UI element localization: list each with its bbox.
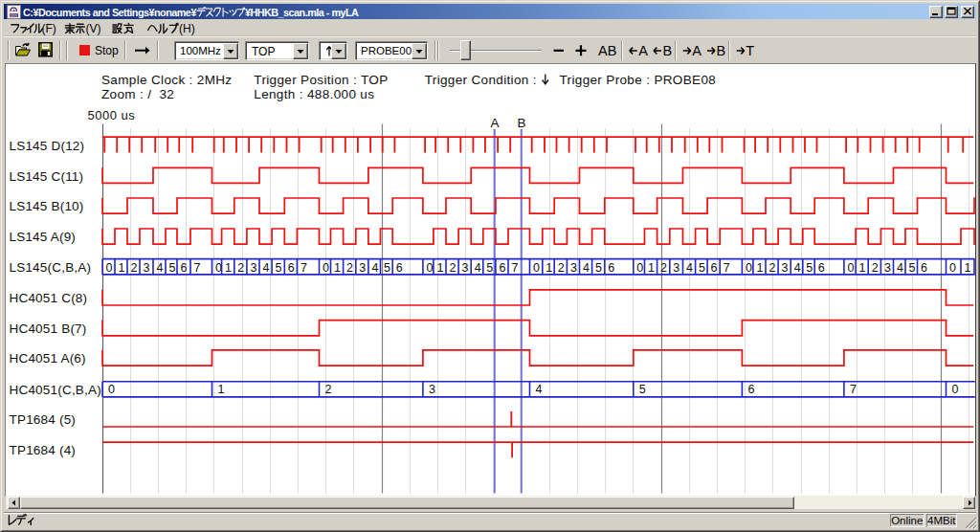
svg-text:0: 0 <box>106 261 113 275</box>
svg-text:0: 0 <box>323 261 329 275</box>
svg-text:3: 3 <box>462 261 469 275</box>
svg-text:0: 0 <box>533 261 540 275</box>
svg-text:4: 4 <box>583 261 590 275</box>
svg-text:1: 1 <box>334 261 341 275</box>
svg-text:B: B <box>517 116 525 130</box>
svg-text:2: 2 <box>325 383 332 396</box>
svg-text:1: 1 <box>119 261 125 275</box>
svg-text:7: 7 <box>194 261 201 275</box>
svg-text:3: 3 <box>250 261 256 275</box>
svg-text:1: 1 <box>225 261 232 275</box>
svg-text:5: 5 <box>639 383 646 396</box>
svg-text:6: 6 <box>608 261 614 275</box>
svg-text:0: 0 <box>949 261 956 275</box>
svg-text:Sample Clock : 2MHz: Sample Clock : 2MHz <box>101 73 232 87</box>
svg-text:4: 4 <box>371 261 378 275</box>
svg-text:4: 4 <box>686 261 693 275</box>
svg-text:0: 0 <box>847 261 854 275</box>
svg-text:1: 1 <box>756 261 763 275</box>
svg-text:7: 7 <box>850 383 857 396</box>
svg-text:6: 6 <box>921 261 927 275</box>
svg-text:4: 4 <box>263 261 270 275</box>
svg-text:0: 0 <box>426 261 433 275</box>
svg-text:Zoom : / 32: Zoom : / 32 <box>101 87 174 101</box>
svg-text:1: 1 <box>436 261 443 275</box>
svg-text:Trigger Probe : PROBE08: Trigger Probe : PROBE08 <box>560 73 717 87</box>
svg-text:7: 7 <box>724 261 730 275</box>
svg-text:3: 3 <box>144 261 150 275</box>
svg-text:4: 4 <box>794 261 801 275</box>
svg-text:5: 5 <box>595 261 602 275</box>
svg-text:5000 us: 5000 us <box>88 108 136 122</box>
svg-text:6: 6 <box>288 261 295 275</box>
svg-text:6: 6 <box>499 261 505 275</box>
svg-text:6: 6 <box>818 261 825 275</box>
svg-text:3: 3 <box>429 383 435 396</box>
svg-text:2: 2 <box>237 261 244 275</box>
svg-text:2: 2 <box>450 261 457 275</box>
svg-text:2: 2 <box>872 261 879 275</box>
svg-text:5: 5 <box>486 261 493 275</box>
svg-text:6: 6 <box>747 383 754 396</box>
svg-text:0: 0 <box>636 261 643 275</box>
svg-text:5: 5 <box>699 261 705 275</box>
svg-text:1: 1 <box>546 261 552 275</box>
svg-text:0: 0 <box>746 261 752 275</box>
svg-text:2: 2 <box>660 261 667 275</box>
svg-text:3: 3 <box>570 261 577 275</box>
svg-text:4: 4 <box>475 261 481 275</box>
svg-text:0: 0 <box>215 261 222 275</box>
svg-text:0: 0 <box>952 383 959 396</box>
svg-text:7: 7 <box>301 261 307 275</box>
svg-text:6: 6 <box>181 261 188 275</box>
svg-text:Trigger Condition :: Trigger Condition : <box>425 73 537 87</box>
svg-text:3: 3 <box>673 261 679 275</box>
svg-text:2: 2 <box>131 261 138 275</box>
svg-text:Trigger Position : TOP: Trigger Position : TOP <box>254 73 388 87</box>
svg-text:3: 3 <box>782 261 789 275</box>
svg-text:Length : 488.000 us: Length : 488.000 us <box>254 87 374 101</box>
svg-text:5: 5 <box>909 261 916 275</box>
svg-text:A: A <box>490 116 499 130</box>
svg-text:4: 4 <box>536 383 543 396</box>
svg-text:5: 5 <box>806 261 813 275</box>
svg-text:3: 3 <box>884 261 891 275</box>
svg-text:5: 5 <box>384 261 390 275</box>
svg-text:1: 1 <box>648 261 655 275</box>
svg-text:7: 7 <box>512 261 519 275</box>
svg-text:5: 5 <box>169 261 176 275</box>
svg-text:2: 2 <box>769 261 776 275</box>
svg-text:2: 2 <box>558 261 565 275</box>
svg-text:3: 3 <box>359 261 366 275</box>
svg-text:4: 4 <box>897 261 903 275</box>
svg-text:1: 1 <box>218 383 225 396</box>
svg-text:6: 6 <box>396 261 403 275</box>
svg-text:1: 1 <box>859 261 866 275</box>
svg-text:0: 0 <box>108 383 115 396</box>
svg-text:5: 5 <box>276 261 282 275</box>
svg-text:1: 1 <box>965 261 971 275</box>
svg-text:4: 4 <box>157 261 164 275</box>
svg-text:2: 2 <box>346 261 353 275</box>
svg-text:6: 6 <box>711 261 718 275</box>
